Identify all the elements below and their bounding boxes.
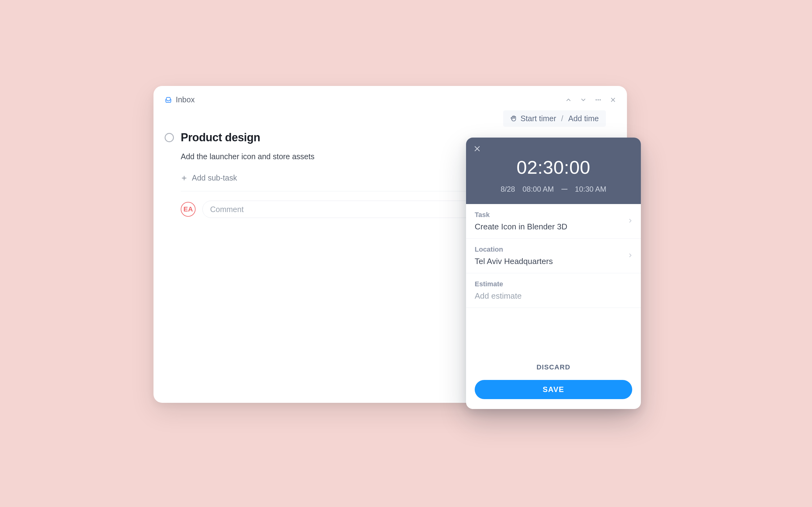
svg-point-1 bbox=[598, 99, 599, 100]
add-time-link[interactable]: Add time bbox=[568, 114, 599, 123]
panel-estimate-row[interactable]: Estimate Add estimate bbox=[466, 273, 641, 308]
window-header: Inbox bbox=[153, 93, 627, 110]
panel-task-label: Task bbox=[475, 211, 632, 219]
inbox-icon bbox=[165, 96, 172, 104]
panel-location-row[interactable]: Location Tel Aviv Headquarters bbox=[466, 239, 641, 273]
time-range-start[interactable]: 08:00 AM bbox=[522, 185, 554, 193]
breadcrumb[interactable]: Inbox bbox=[165, 95, 195, 104]
panel-task-row[interactable]: Task Create Icon in Blender 3D bbox=[466, 204, 641, 239]
close-window-button[interactable] bbox=[610, 97, 616, 103]
time-entry-panel: 02:30:00 8/28 08:00 AM 10:30 AM Task Cre… bbox=[466, 137, 641, 409]
time-range: 8/28 08:00 AM 10:30 AM bbox=[475, 185, 632, 193]
duration-value[interactable]: 02:30:00 bbox=[475, 157, 632, 178]
prev-task-button[interactable] bbox=[565, 97, 572, 103]
timer-icon bbox=[510, 115, 517, 122]
avatar: EA bbox=[181, 202, 196, 217]
time-range-date[interactable]: 8/28 bbox=[501, 185, 515, 193]
panel-location-value: Tel Aviv Headquarters bbox=[475, 257, 632, 266]
panel-estimate-label: Estimate bbox=[475, 280, 632, 288]
timer-bar: Start timer / Add time bbox=[503, 110, 606, 127]
start-timer-link[interactable]: Start timer bbox=[520, 114, 556, 123]
breadcrumb-label: Inbox bbox=[176, 95, 195, 104]
chevron-right-icon bbox=[627, 218, 633, 225]
svg-point-2 bbox=[600, 99, 600, 100]
next-task-button[interactable] bbox=[580, 97, 587, 103]
discard-button[interactable]: DISCARD bbox=[475, 361, 632, 374]
window-actions bbox=[565, 97, 616, 103]
dash-icon bbox=[561, 189, 567, 189]
panel-location-label: Location bbox=[475, 245, 632, 253]
save-button[interactable]: SAVE bbox=[475, 380, 632, 399]
timer-separator: / bbox=[560, 114, 564, 123]
panel-header: 02:30:00 8/28 08:00 AM 10:30 AM bbox=[466, 137, 641, 204]
time-range-end[interactable]: 10:30 AM bbox=[575, 185, 606, 193]
more-menu-button[interactable] bbox=[595, 97, 602, 103]
add-subtask-label: Add sub-task bbox=[192, 173, 237, 182]
svg-point-0 bbox=[596, 99, 596, 100]
chevron-right-icon bbox=[627, 252, 633, 260]
panel-estimate-placeholder: Add estimate bbox=[475, 291, 632, 301]
panel-task-value: Create Icon in Blender 3D bbox=[475, 222, 632, 232]
close-panel-button[interactable] bbox=[473, 145, 481, 153]
task-complete-checkbox[interactable] bbox=[165, 133, 174, 142]
plus-icon bbox=[181, 175, 188, 181]
